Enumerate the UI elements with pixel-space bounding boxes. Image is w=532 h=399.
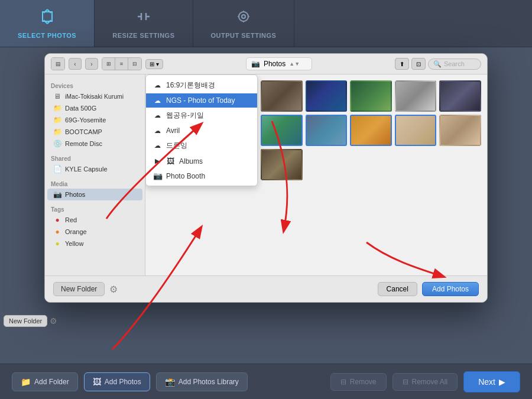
top-toolbar: SELECT PHOTOS RESIZE SETTINGS OUTPUT SET… [0,0,532,47]
file-dialog: ▤ ‹ › ⊞ ≡ ⊟ ⊞ ▾ 📷 Photos ▲▼ [44,53,488,303]
new-folder-button[interactable]: New Folder [53,282,105,296]
remove-all-button[interactable]: ⊟ Remove All [392,373,458,391]
view-columns-btn[interactable]: ▤ [51,58,64,70]
bottom-bar: 📁 Add Folder 🖼 Add Photos 📸 Add Photos L… [0,364,532,399]
dialog-overlay: ▤ ‹ › ⊞ ≡ ⊟ ⊞ ▾ 📷 Photos ▲▼ [0,47,532,364]
add-folder-label: Add Folder [34,378,69,386]
footer-right: Cancel Add Photos [378,282,479,296]
cancel-button[interactable]: Cancel [378,282,417,296]
add-folder-button[interactable]: 📁 Add Folder [12,372,78,391]
sidebar-item-69g[interactable]: 📁 69G-Yosemite [47,114,142,126]
resize-settings-label: RESIZE SETTINGS [112,32,174,39]
kyle-icon: 📄 [53,165,61,173]
dropdown-item-0[interactable]: ☁ 16:9기론형배경 [146,77,257,93]
dropdown-label-2: 웹공유-키일 [166,111,204,121]
next-label: Next [478,377,495,387]
add-photos-label: Add Photos [105,378,141,386]
dropdown-item-4[interactable]: ☁ 드론잉 [146,138,257,154]
remotedisc-icon: 💿 [53,140,61,148]
nav-forward-btn[interactable]: › [85,58,98,70]
photo-thumb-10[interactable] [439,115,481,146]
resize-settings-icon [135,8,152,28]
sidebar-item-orange[interactable]: ● Orange [47,226,142,238]
photos-icon: 📷 [53,190,61,199]
view-list-btn[interactable]: ≡ [115,58,128,70]
dropdown-item-1[interactable]: ☁ NGS - Photo of Today [146,93,257,108]
photo-thumb-7[interactable] [306,115,348,146]
yellow-tag-icon: ● [53,239,61,248]
sidebar-item-imac-label: iMac-Tokisaki Kurumi [65,93,124,100]
dialog-toolbar: ▤ ‹ › ⊞ ≡ ⊟ ⊞ ▾ 📷 Photos ▲▼ [45,54,487,74]
sidebar-item-data500[interactable]: 📁 Data 500G [47,102,142,114]
next-arrow-icon: ▶ [499,377,505,387]
sidebar-item-photos[interactable]: 📷 Photos [47,189,142,200]
output-settings-icon [235,8,252,28]
sidebar-item-yellow[interactable]: ● Yellow [47,238,142,249]
output-settings-label: OUTPUT SETTINGS [211,32,277,39]
location-arrow: ▲▼ [289,61,300,67]
action-buttons: ⬆ ⊡ 🔍 Search [395,58,481,70]
add-photos-button[interactable]: 🖼 Add Photos [84,372,150,391]
remove-label: Remove [350,378,377,386]
photo-thumb-8[interactable] [350,115,392,146]
photo-thumb-5[interactable] [439,80,481,112]
photo-thumb-1[interactable] [261,80,303,112]
dropdown-item-3[interactable]: ☁ Avril [146,124,257,138]
sidebar-item-kyle[interactable]: 📄 KYLE Capsule [47,163,142,175]
tag-btn[interactable]: ⊡ [411,58,426,70]
share-btn[interactable]: ⬆ [395,58,409,70]
sidebar-item-remotedisc[interactable]: 💿 Remote Disc [47,138,142,150]
next-button[interactable]: Next ▶ [463,371,520,392]
dialog-sidebar: Devices 🖥 iMac-Tokisaki Kurumi 📁 Data 50… [45,74,145,275]
cloud-icon-1: ☁ [153,97,161,105]
section-shared-label: Shared [45,153,145,163]
view-column-btn[interactable]: ⊟ [128,58,141,70]
dropdown-item-2[interactable]: ☁ 웹공유-키일 [146,108,257,124]
red-tag-icon: ● [53,216,61,224]
step-select-photos[interactable]: SELECT PHOTOS [0,0,95,47]
add-library-label: Add Photos Library [179,378,239,386]
dropdown-popup: ☁ 16:9기론형배경 ☁ NGS - Photo of Today ☁ 웹공유… [145,74,258,186]
photo-thumb-4[interactable] [395,80,437,112]
step-output-settings[interactable]: OUTPUT SETTINGS [193,0,295,47]
dropdown-item-6[interactable]: 📷 Photo Booth [146,168,257,183]
svg-point-1 [242,15,245,18]
nav-back-btn[interactable]: ‹ [69,58,82,70]
add-photos-dialog-button[interactable]: Add Photos [422,282,479,296]
photo-thumb-2[interactable] [306,80,348,112]
remove-button[interactable]: ⊟ Remove [330,373,387,391]
sidebar-item-bootcamp-label: BOOTCAMP [65,128,102,135]
sidebar-item-kyle-label: KYLE Capsule [65,166,108,173]
sidebar-item-red-label: Red [65,216,77,223]
photo-thumb-9[interactable] [395,115,437,146]
sidebar-item-imac[interactable]: 🖥 iMac-Tokisaki Kurumi [47,90,142,102]
cloud-icon-4: ☁ [153,142,161,150]
photobooth-icon: 📷 [153,171,161,180]
add-library-icon: 📸 [165,377,175,387]
section-media-label: Media [45,179,145,189]
data500-icon: 📁 [53,104,61,112]
section-devices-label: Devices [45,80,145,90]
dropdown-label-0: 16:9기론형배경 [166,80,215,90]
view-size-dropdown[interactable]: ⊞ ▾ [145,59,163,69]
dropdown-label-6: Photo Booth [166,172,205,180]
sidebar-item-red[interactable]: ● Red [47,214,142,226]
add-photos-library-button[interactable]: 📸 Add Photos Library [156,372,248,391]
photo-thumb-6[interactable] [261,115,303,146]
photo-thumb-3[interactable] [350,80,392,112]
location-select[interactable]: 📷 Photos ▲▼ [246,57,312,70]
view-icon-btn[interactable]: ⊞ [102,58,115,70]
search-bar[interactable]: 🔍 Search [428,59,481,70]
dropdown-label-3: Avril [166,126,180,135]
imac-icon: 🖥 [53,92,61,100]
photo-thumb-11[interactable] [261,149,303,180]
step-resize-settings[interactable]: RESIZE SETTINGS [95,0,193,47]
cloud-icon-2: ☁ [153,112,161,119]
gear-icon: ⚙ [109,284,118,295]
dialog-body: Devices 🖥 iMac-Tokisaki Kurumi 📁 Data 50… [45,74,487,275]
sidebar-item-bootcamp[interactable]: 📁 BOOTCAMP [47,126,142,138]
dropdown-label-5: Albums [179,157,203,166]
dropdown-label-4: 드론잉 [166,141,187,151]
dropdown-item-5[interactable]: ▶ 🖼 Albums [146,154,257,168]
bootcamp-icon: 📁 [53,128,61,136]
